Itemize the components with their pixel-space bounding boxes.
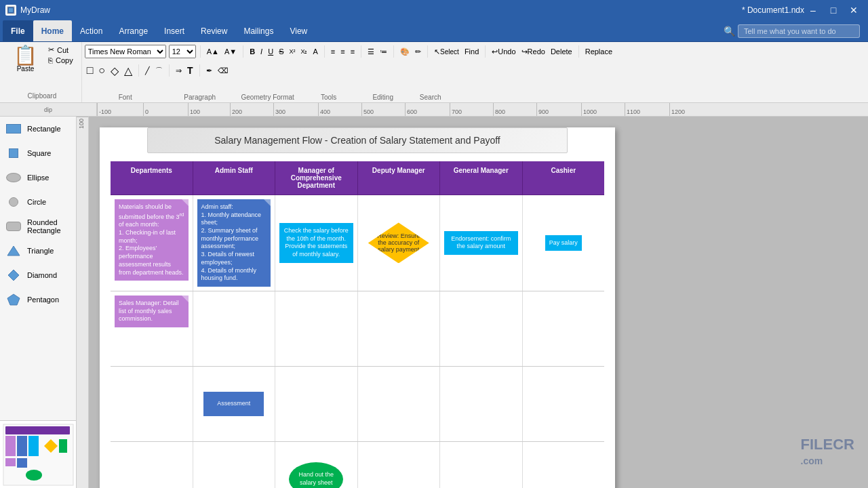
cell-general-1[interactable]: Endorsement: confirm the salary amount	[440, 195, 523, 291]
cell-admin-4[interactable]	[193, 442, 276, 488]
svg-rect-8	[17, 436, 27, 456]
svg-rect-14	[5, 458, 16, 466]
copy-button[interactable]: ⎘ Copy	[45, 56, 76, 65]
shape-tool-1[interactable]: □	[85, 64, 96, 77]
swimlane-row-1: Materials should be submitted before the…	[111, 195, 604, 291]
header-general-mgr: General Manager	[440, 161, 523, 195]
header-cashier: Cashier	[523, 161, 605, 195]
shape-item-diamond[interactable]: Diamond	[0, 263, 76, 287]
cell-dept-4[interactable]	[111, 442, 193, 488]
line-color-button[interactable]: ✏	[413, 47, 423, 57]
paste-button[interactable]: 📋 Paste	[8, 45, 43, 91]
cell-dept-3[interactable]	[111, 367, 193, 441]
dept-note-2: Sales Manager: Detail list of monthly sa…	[115, 296, 189, 327]
menu-tab-action[interactable]: Action	[72, 20, 111, 41]
font-shrink-button[interactable]: A▼	[222, 47, 239, 56]
line-tool[interactable]: ╱	[143, 66, 152, 76]
circle-label: Circle	[27, 198, 46, 206]
close-button[interactable]: ✕	[845, 3, 863, 17]
cell-deputy-3[interactable]	[358, 367, 441, 441]
menu-tab-file[interactable]: File	[3, 20, 33, 41]
app-title: MyDraw	[20, 5, 739, 15]
header-departments: Departments	[111, 161, 193, 195]
cell-admin-2[interactable]	[193, 291, 276, 366]
font-size-select[interactable]: 12	[169, 45, 196, 58]
connector-tool[interactable]: ⇒	[174, 66, 184, 76]
undo-button[interactable]: ↩ Undo	[490, 47, 517, 57]
svg-marker-3	[8, 270, 19, 281]
cell-dept-1[interactable]: Materials should be submitted before the…	[111, 195, 193, 291]
strikethrough-button[interactable]: S	[277, 47, 285, 56]
shape-item-rounded-rect[interactable]: Rounded Rectangle	[0, 214, 76, 239]
shape-item-rectangle[interactable]: Rectangle	[0, 117, 76, 141]
cut-button[interactable]: ✂ Cut	[45, 45, 76, 55]
font-grow-button[interactable]: A▲	[205, 47, 221, 56]
ribbon-rows: Times New Roman 12 A▲ A▼ B I U S X² X₂ A…	[82, 42, 865, 102]
maximize-button[interactable]: □	[825, 3, 842, 17]
cell-manager-1[interactable]: Check the salary before the 10th of the …	[275, 195, 358, 291]
shape-item-pentagon[interactable]: Pentagon	[0, 287, 76, 312]
align-left-button[interactable]: ≡	[329, 47, 337, 56]
paragraph-group-label: Paragraph	[166, 94, 234, 101]
shape-tool-4[interactable]: △	[122, 64, 134, 78]
title-bar: MyDraw * Document1.ndx – □ ✕	[0, 0, 868, 20]
cell-manager-2[interactable]	[275, 291, 358, 366]
eraser-tool[interactable]: ⌫	[216, 66, 231, 76]
font-family-select[interactable]: Times New Roman	[85, 45, 166, 58]
replace-button[interactable]: Replace	[583, 47, 614, 56]
shape-item-square[interactable]: Square	[0, 141, 76, 165]
cut-icon: ✂	[48, 45, 54, 54]
copy-label: Copy	[56, 56, 73, 64]
shape-item-triangle[interactable]: Triangle	[0, 239, 76, 263]
font-color-button[interactable]: A	[311, 47, 319, 56]
menu-tab-review[interactable]: Review	[193, 20, 235, 41]
menu-tab-mailings[interactable]: Mailings	[235, 20, 281, 41]
cell-cashier-1[interactable]: Pay salary	[523, 195, 605, 291]
font-group-label: Font	[85, 94, 166, 101]
canvas-area[interactable]: Salary Management Flow - Creation of Sal…	[89, 117, 868, 488]
superscript-button[interactable]: X²	[287, 47, 297, 56]
underline-button[interactable]: U	[266, 47, 275, 56]
cell-deputy-2[interactable]	[358, 291, 441, 366]
shape-item-circle[interactable]: Circle	[0, 190, 76, 214]
cell-cashier-2[interactable]	[523, 291, 605, 366]
align-center-button[interactable]: ≡	[338, 47, 347, 56]
minimize-button[interactable]: –	[804, 3, 822, 17]
list-num-button[interactable]: ≔	[378, 47, 389, 57]
arc-tool[interactable]: ⌒	[153, 65, 165, 77]
cell-manager-3[interactable]	[275, 367, 358, 441]
shape-item-ellipse[interactable]: Ellipse	[0, 165, 76, 190]
menu-tab-arrange[interactable]: Arrange	[111, 20, 156, 41]
rounded-rect-icon	[5, 218, 22, 235]
diamond-label: Diamond	[27, 271, 57, 279]
redo-button[interactable]: ↪ Redo	[519, 47, 547, 57]
text-tool[interactable]: T	[185, 64, 195, 77]
menu-tab-home[interactable]: Home	[33, 20, 72, 41]
italic-button[interactable]: I	[258, 47, 264, 56]
cell-general-3[interactable]	[440, 367, 523, 441]
cell-dept-2[interactable]: Sales Manager: Detail list of monthly sa…	[111, 291, 193, 366]
menu-tab-insert[interactable]: Insert	[156, 20, 193, 41]
subscript-button[interactable]: X₂	[298, 47, 309, 56]
cell-manager-4[interactable]: Hand out the salary sheet	[275, 442, 358, 488]
pen-tool[interactable]: ✒	[204, 66, 214, 76]
cell-admin-1[interactable]: Admin staff:1. Monthly attendance sheet;…	[193, 195, 276, 291]
cell-cashier-3[interactable]	[523, 367, 605, 441]
shape-tool-3[interactable]: ◇	[108, 64, 121, 78]
menu-tab-view[interactable]: View	[281, 20, 315, 41]
search-input[interactable]	[738, 24, 860, 38]
fill-color-button[interactable]: 🎨	[398, 47, 412, 57]
cell-general-2[interactable]	[440, 291, 523, 366]
cell-general-4[interactable]	[440, 442, 523, 488]
delete-button[interactable]: Delete	[549, 47, 574, 56]
shape-tool-2[interactable]: ○	[96, 64, 107, 77]
find-button[interactable]: Find	[462, 47, 481, 56]
cell-deputy-1[interactable]: Review: Ensure the accuracy of salary pa…	[358, 195, 441, 291]
bold-button[interactable]: B	[248, 47, 257, 56]
align-right-button[interactable]: ≡	[349, 47, 357, 56]
list-bullet-button[interactable]: ☰	[366, 47, 376, 57]
cell-cashier-4[interactable]	[523, 442, 605, 488]
select-button[interactable]: ↖ Select	[432, 47, 461, 57]
cell-deputy-4[interactable]	[358, 442, 441, 488]
cell-admin-3[interactable]: Assessment	[193, 367, 276, 441]
